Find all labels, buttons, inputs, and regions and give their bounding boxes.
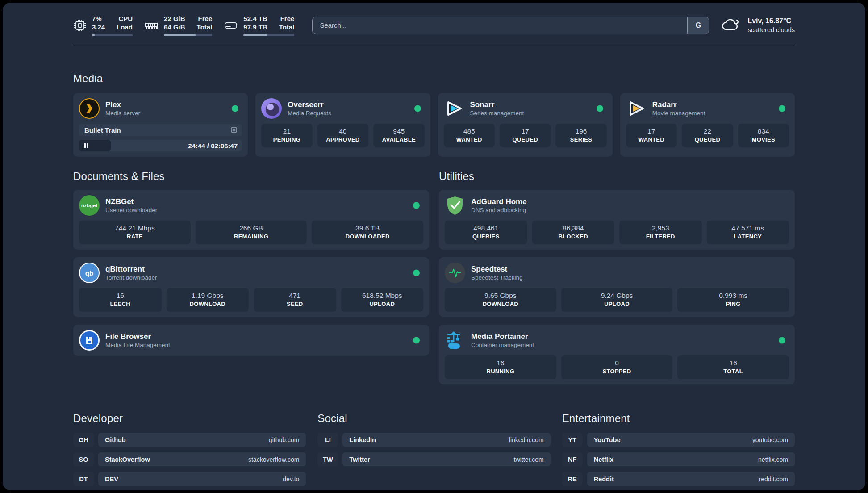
link-stackoverflow[interactable]: StackOverflowstackoverflow.com: [98, 452, 306, 466]
link-reddit[interactable]: Redditreddit.com: [587, 472, 795, 486]
cpu-values: 7%3.24: [92, 14, 105, 31]
card-radarr: Radarr Movie management 17WANTED 22QUEUE…: [620, 93, 795, 157]
stat-tile: 266 GBREMAINING: [196, 221, 307, 244]
link-github[interactable]: Githubgithub.com: [98, 433, 306, 447]
sonarr-icon: [444, 98, 464, 119]
search-engine-button[interactable]: G: [687, 17, 709, 34]
header-divider: [73, 46, 795, 46]
link-dev[interactable]: DEVdev.to: [98, 472, 306, 486]
stat-tile: 22QUEUED: [682, 124, 733, 147]
link-tag: LI: [317, 433, 338, 447]
search-input[interactable]: [313, 17, 687, 34]
app-title: Overseerr: [288, 100, 331, 109]
stat-tile: 47.571 msLATENCY: [707, 221, 789, 244]
media-grid: Plex Media server Bullet Train 24:44 / 0…: [73, 93, 795, 157]
link-netflix[interactable]: Netflixnetflix.com: [587, 452, 795, 466]
card-speedtest: Speedtest Speedtest Tracking 9.65 GbpsDO…: [439, 257, 795, 317]
ram-values: 22 GiB64 GiB: [164, 14, 185, 31]
link-row-netflix: NF Netflixnetflix.com: [562, 452, 795, 466]
social-section: Social LI LinkedInlinkedin.com TW Twitte…: [317, 412, 550, 490]
pause-button[interactable]: [79, 140, 111, 151]
disk-values: 52.4 TB97.9 TB: [243, 14, 267, 31]
documents-column: Documents & Files nzbget NZBGet Usenet d…: [73, 170, 429, 384]
link-linkedin[interactable]: LinkedInlinkedin.com: [342, 433, 550, 447]
card-qbittorrent: qb qBittorrent Torrent downloader 16LEEC…: [73, 257, 429, 317]
app-desc: Media server: [105, 109, 140, 117]
search-bar: G: [312, 17, 709, 34]
ram-labels: FreeTotal: [197, 14, 213, 31]
disk-progress: [243, 34, 294, 36]
topbar: 7%3.24 CPULoad 22 GiB64 Gi: [73, 14, 795, 36]
link-youtube[interactable]: YouTubeyoutube.com: [587, 433, 795, 447]
link-tag: GH: [73, 433, 94, 447]
cpu-icon: [73, 19, 87, 32]
weather-widget: Lviv, 16.87°C scattered clouds: [721, 17, 795, 34]
link-row-twitter: TW Twittertwitter.com: [317, 452, 550, 466]
app-desc: Movie management: [652, 109, 705, 117]
card-nzbget: nzbget NZBGet Usenet downloader 744.21 M…: [73, 190, 429, 250]
app-desc: Speedtest Tracking: [471, 274, 523, 282]
link-tag: DT: [73, 472, 94, 486]
stat-tile: 2,953FILTERED: [619, 221, 702, 244]
app-desc: Container management: [471, 341, 534, 349]
section-heading-documents: Documents & Files: [73, 170, 429, 183]
stat-tile: 16LEECH: [79, 288, 162, 312]
qbittorrent-icon: qb: [79, 263, 100, 283]
plex-icon: [79, 98, 100, 119]
app-adguard[interactable]: AdGuard Home DNS and adblocking: [445, 195, 789, 216]
link-tag: SO: [73, 452, 94, 466]
app-desc: DNS and adblocking: [471, 206, 527, 214]
link-row-linkedin: LI LinkedInlinkedin.com: [317, 433, 550, 447]
link-tag: YT: [562, 433, 583, 447]
status-dot: [779, 105, 785, 112]
playback-time: 24:44 / 02:06:47: [188, 142, 238, 150]
link-row-youtube: YT YouTubeyoutube.com: [562, 433, 795, 447]
filebrowser-icon: [79, 330, 100, 351]
nzbget-icon: nzbget: [79, 195, 100, 216]
section-heading-developer: Developer: [73, 412, 306, 425]
app-title: Plex: [105, 100, 140, 109]
stat-tile: 17QUEUED: [500, 124, 551, 147]
cpu-stat-group: 7%3.24 CPULoad: [73, 14, 133, 36]
app-portainer[interactable]: Media Portainer Container management: [445, 330, 789, 351]
stat-tile: 39.6 TBDOWNLOADED: [312, 221, 423, 244]
app-sonarr[interactable]: Sonarr Series management: [444, 98, 607, 119]
card-plex: Plex Media server Bullet Train 24:44 / 0…: [73, 93, 248, 157]
weather-condition: scattered clouds: [747, 25, 795, 34]
link-tag: NF: [562, 452, 583, 466]
entertainment-section: Entertainment YT YouTubeyoutube.com NF N…: [562, 412, 795, 490]
app-desc: Media Requests: [288, 109, 331, 117]
stat-tile: 945AVAILABLE: [373, 124, 424, 147]
stat-tile: 40APPROVED: [317, 124, 368, 147]
app-desc: Usenet downloader: [105, 206, 157, 214]
stat-tile: 1.19 GbpsDOWNLOAD: [167, 288, 249, 312]
app-qbittorrent[interactable]: qb qBittorrent Torrent downloader: [79, 263, 423, 283]
adguard-icon: [445, 195, 465, 216]
app-plex[interactable]: Plex Media server: [79, 98, 242, 119]
speedtest-icon: [445, 263, 465, 283]
app-radarr[interactable]: Radarr Movie management: [626, 98, 789, 119]
stat-tile: 86,384BLOCKED: [532, 221, 615, 244]
status-dot: [414, 105, 421, 112]
cpu-progress: [92, 34, 133, 36]
card-adguard: AdGuard Home DNS and adblocking 498,461Q…: [439, 190, 795, 250]
stat-tile: 471SEED: [254, 288, 336, 312]
disk-stat-group: 52.4 TB97.9 TB FreeTotal: [224, 14, 294, 36]
app-overseerr[interactable]: Overseerr Media Requests: [261, 98, 424, 119]
link-twitter[interactable]: Twittertwitter.com: [342, 452, 550, 466]
app-speedtest[interactable]: Speedtest Speedtest Tracking: [445, 263, 789, 283]
stat-tile: 744.21 MbpsRATE: [79, 221, 191, 244]
section-heading-utilities: Utilities: [439, 170, 795, 183]
stat-tile: 498,461QUERIES: [445, 221, 527, 244]
link-tag: TW: [317, 452, 338, 466]
link-row-github: GH Githubgithub.com: [73, 433, 306, 447]
weather-location: Lviv, 16.87°C: [747, 17, 795, 25]
app-title: Speedtest: [471, 264, 523, 274]
link-row-stackoverflow: SO StackOverflowstackoverflow.com: [73, 452, 306, 466]
card-overseerr: Overseerr Media Requests 21PENDING 40APP…: [255, 93, 430, 157]
app-title: Media Portainer: [471, 332, 534, 341]
card-sonarr: Sonarr Series management 485WANTED 17QUE…: [438, 93, 613, 157]
cpu-labels: CPULoad: [117, 14, 133, 31]
app-filebrowser[interactable]: File Browser Media File Management: [79, 330, 423, 351]
app-nzbget[interactable]: nzbget NZBGet Usenet downloader: [79, 195, 423, 216]
